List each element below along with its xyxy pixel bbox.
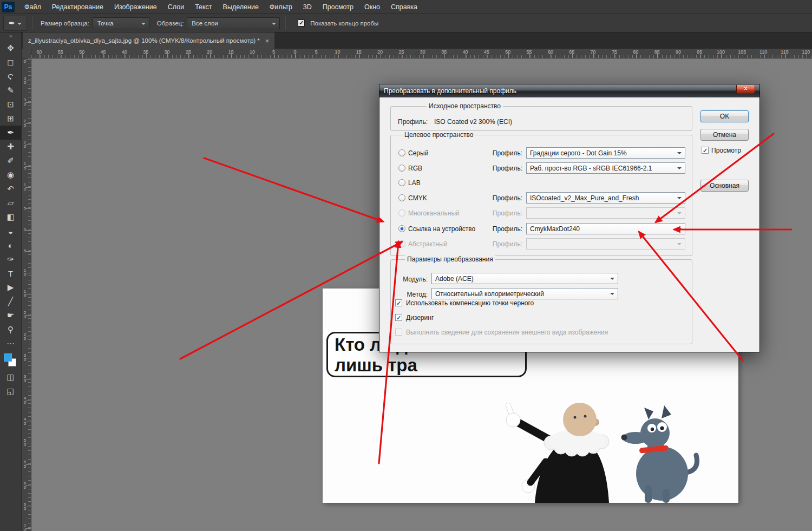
intent-value: Относительный колориметрический [435, 290, 544, 298]
menu-item-5[interactable]: Выделение [218, 0, 264, 14]
photoshop-window: Кто люд лишь тра [0, 0, 812, 531]
tool-list: ✥◻Ϛ✎⊡⊞✒✚✐◉↶▱◧◒◐✑T▶╱☛⚲⋯◫◱ [0, 41, 21, 398]
menu-item-9[interactable]: Окно [359, 0, 385, 14]
cancel-button[interactable]: Отмена [700, 129, 749, 141]
frame-tool-icon[interactable]: ⊞ [0, 112, 21, 126]
profile-value-1: Раб. прост-во RGB - sRGB IEC61966-2.1 [530, 165, 652, 172]
menu-item-10[interactable]: Справка [385, 0, 423, 14]
preview-checkbox[interactable]: ✓ [702, 147, 709, 154]
conversion-options-group: Параметры преобразования Модуль: Adobe (… [390, 259, 692, 344]
path-selection-tool-icon[interactable]: ▶ [0, 280, 21, 294]
menu-item-2[interactable]: Изображение [109, 0, 162, 14]
dialog-title-bar[interactable]: Преобразовать в дополнительный профиль [379, 84, 759, 97]
ok-button[interactable]: OK [700, 110, 749, 122]
profile-select-5[interactable]: CmykMaxDot240 [526, 223, 685, 234]
intent-select[interactable]: Относительный колориметрический [431, 288, 618, 299]
crop-tool-icon[interactable]: ⊡ [0, 97, 21, 112]
dialog-close-button[interactable]: × [736, 85, 755, 94]
basic-button[interactable]: Основная [700, 180, 749, 192]
target-radio-4 [398, 209, 405, 217]
engine-label: Модуль: [391, 276, 428, 283]
foreground-color-swatch[interactable] [4, 353, 12, 362]
toolbar-collapse-icon[interactable]: » [0, 32, 21, 41]
vertical-ruler[interactable]: 4035302520151050510152025303540455055606… [22, 58, 31, 531]
menu-item-6[interactable]: Фильтр [264, 0, 298, 14]
clone-stamp-tool-icon[interactable]: ◉ [0, 168, 21, 182]
target-radio-label-5[interactable]: Ссылка на устройство [408, 225, 475, 233]
quick-selection-tool-icon[interactable]: ✎ [0, 83, 21, 97]
sample-select[interactable]: Все слои [187, 17, 280, 29]
tab-close-icon[interactable]: × [265, 37, 270, 45]
profile-label-4: Профиль: [475, 209, 522, 217]
healing-brush-tool-icon[interactable]: ✚ [0, 140, 21, 154]
source-space-group: Исходное пространство Профиль: ISO Coate… [390, 106, 692, 131]
engine-select[interactable]: Adobe (ACE) [431, 273, 618, 284]
conversion-options-legend: Параметры преобразования [405, 255, 495, 263]
zoom-tool-icon[interactable]: ⚲ [0, 323, 21, 337]
menu-item-1[interactable]: Редактирование [47, 0, 109, 14]
profile-select-0[interactable]: Градации серого - Dot Gain 15% [526, 147, 685, 159]
gradient-tool-icon[interactable]: ◧ [0, 210, 21, 224]
chevron-down-icon [17, 23, 22, 27]
brush-tool-icon[interactable]: ✐ [0, 154, 21, 168]
options-separator [32, 17, 33, 30]
target-radio-label-2[interactable]: LAB [408, 179, 421, 187]
show-sampling-ring-checkbox[interactable]: ✓ [298, 19, 305, 27]
option-checkbox-0[interactable]: ✓ [395, 299, 402, 306]
marquee-tool-icon[interactable]: ◻ [0, 55, 21, 69]
line-tool-icon[interactable]: ╱ [0, 294, 21, 309]
preview-label: Просмотр [711, 147, 741, 154]
profile-label-3: Профиль: [475, 194, 522, 202]
menu-item-7[interactable]: 3D [298, 0, 317, 14]
document-text-line2: лишь тра [335, 355, 519, 376]
profile-select-6 [526, 238, 685, 250]
menu-item-0[interactable]: Файл [19, 0, 47, 14]
hand-tool-icon[interactable]: ☛ [0, 309, 21, 323]
profile-select-1[interactable]: Раб. прост-во RGB - sRGB IEC61966-2.1 [526, 162, 685, 174]
color-swatches[interactable] [0, 351, 21, 370]
edit-toolbar-icon[interactable]: ⋯ [0, 337, 21, 351]
ruler-origin-corner[interactable] [22, 49, 31, 58]
horizontal-ruler[interactable]: 6055504540353025201510505101520253035404… [31, 49, 812, 58]
target-radio-label-1[interactable]: RGB [408, 165, 422, 172]
eyedropper-icon: ✒ [9, 18, 16, 28]
option-checkbox-1[interactable]: ✓ [395, 314, 402, 321]
target-radio-label-0[interactable]: Серый [408, 149, 428, 157]
target-radio-label-3[interactable]: CMYK [408, 194, 427, 202]
profile-value-0: Градации серого - Dot Gain 15% [530, 149, 627, 157]
eyedropper-tool-icon[interactable]: ✒ [0, 126, 21, 140]
quick-mask-icon[interactable]: ◫ [0, 370, 21, 384]
pen-tool-icon[interactable]: ✑ [0, 252, 21, 266]
profile-select-3[interactable]: ISOcoated_v2_Max_Pure_and_Fresh [526, 192, 685, 204]
lasso-tool-icon[interactable]: Ϛ [0, 69, 21, 83]
type-tool-icon[interactable]: T [0, 266, 21, 280]
menu-items: ФайлРедактированиеИзображениеСлоиТекстВы… [19, 0, 423, 14]
menu-item-4[interactable]: Текст [189, 0, 217, 14]
engine-value: Adobe (ACE) [435, 275, 474, 283]
history-brush-tool-icon[interactable]: ↶ [0, 182, 21, 196]
profile-label-5: Профиль: [475, 225, 522, 233]
blur-tool-icon[interactable]: ◒ [0, 224, 21, 238]
menu-item-8[interactable]: Просмотр [317, 0, 359, 14]
document-tab-bar: z_illyustraciya_otbivka_dlya_sajta.jpg @… [22, 32, 812, 49]
document-tab[interactable]: z_illyustraciya_otbivka_dlya_sajta.jpg @… [23, 32, 274, 49]
sample-label: Образец: [157, 20, 184, 27]
move-tool-icon[interactable]: ✥ [0, 41, 21, 55]
source-space-legend: Исходное пространство [427, 102, 503, 110]
screen-mode-icon[interactable]: ◱ [0, 384, 21, 398]
target-radio-2[interactable] [398, 179, 405, 186]
menu-item-3[interactable]: Слои [162, 0, 189, 14]
target-radio-5[interactable] [398, 225, 405, 232]
target-radio-3[interactable] [398, 194, 405, 201]
target-radio-0[interactable] [398, 149, 405, 156]
eraser-tool-icon[interactable]: ▱ [0, 196, 21, 210]
eyedropper-preset-button[interactable]: ✒ [3, 16, 27, 31]
dodge-tool-icon[interactable]: ◐ [0, 238, 21, 252]
sample-size-select[interactable]: Точка [93, 17, 149, 29]
check-icon: ✓ [396, 300, 401, 306]
tools-panel: » ✥◻Ϛ✎⊡⊞✒✚✐◉↶▱◧◒◐✑T▶╱☛⚲⋯◫◱ [0, 32, 22, 531]
target-radio-1[interactable] [398, 165, 405, 172]
photoshop-logo: Ps [2, 2, 15, 12]
menu-bar: Ps ФайлРедактированиеИзображениеСлоиТекс… [0, 0, 812, 14]
show-sampling-ring-label: Показать кольцо пробы [310, 20, 378, 27]
